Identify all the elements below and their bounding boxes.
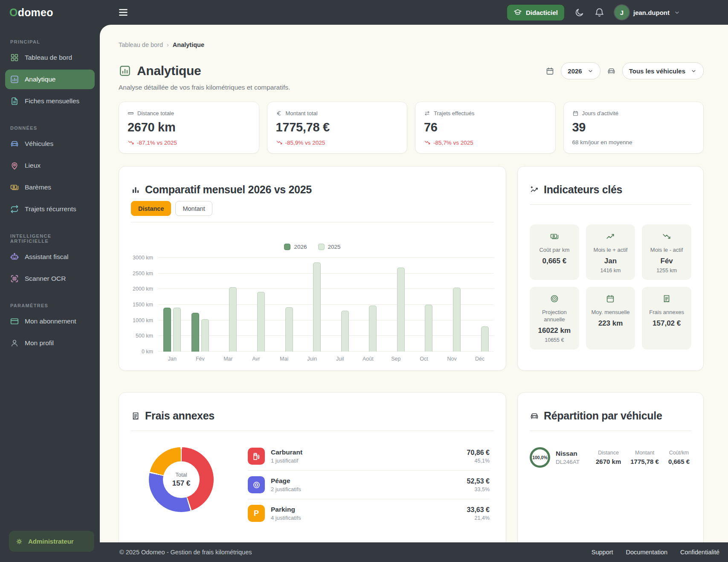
user-menu[interactable]: J jean.dupont (615, 5, 680, 20)
trend-down-icon (276, 139, 283, 146)
graduation-cap-icon (513, 8, 522, 17)
sidebar-item-lieux[interactable]: Lieux (5, 156, 95, 175)
vehicle-select-value: Tous les véhicules (629, 67, 685, 75)
indicator-tile-sub: 10655 € (533, 337, 576, 343)
chart-title: Comparatif mensuel 2026 vs 2025 (145, 183, 312, 196)
y-axis-tick: 1500 km (133, 302, 153, 308)
sidebar-item-baremes[interactable]: Barèmes (5, 178, 95, 197)
x-axis-label: Oct (410, 356, 438, 362)
x-axis-label: Mar (214, 356, 242, 362)
vehicle-select[interactable]: Tous les véhicules (622, 62, 704, 79)
logo-text: domeo (18, 6, 53, 18)
expense-row-carburant: Carburant1 justificatif70,86 €45,1% (248, 442, 490, 471)
stat-card-delta-text: -87,1% vs 2025 (137, 140, 177, 146)
vehicle-stats: Distance2670 kmMontant1775,78 €Coût/km0,… (596, 450, 691, 465)
sidebar-item-mon-profil[interactable]: Mon profil (5, 333, 95, 353)
app-logo[interactable]: Odomeo (0, 6, 100, 19)
expense-row-parking: PParking4 justificatifs33,63 €21,4% (248, 499, 490, 527)
bar-2025 (257, 292, 265, 352)
moon-icon (574, 8, 584, 17)
sidebar-item-fiches-mensuelles[interactable]: Fiches mensuelles (5, 91, 95, 111)
copyright: © 2025 Odomeo - Gestion de frais kilomét… (119, 549, 252, 556)
divider (131, 222, 494, 222)
x-axis-label: Nov (438, 356, 466, 362)
indicators-title: Indicateurs clés (544, 183, 622, 196)
expenses-donut-chart: Total 157 € (149, 447, 214, 512)
receipt-icon (131, 411, 140, 421)
expense-amount: 70,86 € (467, 449, 490, 457)
bar-2025 (481, 326, 489, 352)
expense-name: Parking (271, 506, 301, 513)
bar-2025 (397, 268, 405, 352)
bar-plot (158, 258, 494, 352)
legend-item-2025[interactable]: 2025 (318, 244, 341, 250)
bar-group-dec (466, 258, 494, 352)
legend-item-2026[interactable]: 2026 (284, 244, 307, 250)
calendar-icon (545, 67, 554, 76)
expense-name: Péage (271, 477, 301, 485)
sidebar-item-label: Lieux (25, 162, 41, 169)
key-indicators-card: Indicateurs clés Coût par km0,665 €Mois … (517, 166, 704, 371)
year-select[interactable]: 2026 (561, 62, 600, 79)
toll-icon (252, 480, 261, 489)
bar-group-juil (326, 258, 354, 352)
dark-mode-toggle[interactable] (574, 8, 584, 17)
notifications-button[interactable] (595, 8, 604, 17)
sidebar-item-tableau-de-bord[interactable]: Tableau de bord (5, 48, 95, 67)
sidebar-item-vehicules[interactable]: Véhicules (5, 134, 95, 154)
chart-toggle-distance[interactable]: Distance (131, 201, 171, 216)
stat-card-label-text: Distance totale (137, 110, 174, 116)
bar-group-aout (354, 258, 382, 352)
breadcrumb-parent[interactable]: Tableau de bord (119, 41, 163, 48)
sidebar-item-scanner-ocr[interactable]: Scanner OCR (5, 269, 95, 288)
footer-link-support[interactable]: Support (592, 549, 613, 556)
vehicle-stat-cout-km: Coût/km0,665 € (668, 450, 690, 465)
tutorial-button[interactable]: Didacticiel (507, 5, 564, 20)
bar-chart-icon (10, 75, 19, 84)
username: jean.dupont (633, 9, 670, 16)
vehicle-share-ring: 100,0% (530, 447, 550, 468)
footer-links: SupportDocumentationConfidentialité (592, 549, 719, 556)
sidebar-item-label: Barèmes (25, 183, 51, 191)
indicator-tile-mois-le-actif: Mois le + actifJan1416 km (586, 224, 635, 280)
indicator-tiles: Coût par km0,665 €Mois le + actifJan1416… (530, 224, 691, 349)
bar-group-mar (214, 258, 242, 352)
x-axis-label: Jan (158, 356, 186, 362)
sidebar-item-assistant-fiscal[interactable]: Assistant fiscal (5, 247, 95, 267)
x-axis-label: Juil (326, 356, 354, 362)
chart-toggle-montant[interactable]: Montant (175, 201, 212, 216)
dashboard-icon (10, 53, 19, 62)
y-axis-tick: 1000 km (133, 317, 153, 323)
trend-down-icon (424, 139, 431, 146)
sidebar-item-trajets-recurrents[interactable]: Trajets récurrents (5, 199, 95, 219)
footer-link-documentation[interactable]: Documentation (626, 549, 668, 556)
parking-icon: P (248, 505, 265, 522)
indicator-tile-label: Moy. mensuelle (589, 309, 632, 316)
donut-center: Total 157 € (163, 461, 200, 498)
expense-name-col: Carburant1 justificatif (271, 448, 302, 464)
repeat-icon (10, 204, 19, 214)
expense-row-peage: Péage2 justificatifs52,53 €33,5% (248, 471, 490, 499)
user-icon (10, 338, 19, 348)
indicator-tile-sub: 1416 km (589, 268, 632, 274)
indicator-tile-value: Fév (645, 257, 688, 265)
y-axis-tick: 2000 km (133, 286, 153, 292)
bar-group-jan (158, 258, 186, 352)
calendar-icon (606, 294, 615, 303)
stat-card-value: 2670 km (128, 120, 250, 134)
sidebar-item-mon-abonnement[interactable]: Mon abonnement (5, 312, 95, 331)
sidebar-item-label: Assistant fiscal (25, 253, 69, 261)
sidebar-item-analytique[interactable]: Analytique (5, 70, 95, 89)
indicator-tile-value: 16022 km (533, 326, 576, 335)
expense-amount-col: 52,53 €33,5% (467, 478, 490, 492)
y-axis-tick: 0 km (142, 349, 153, 355)
footer-link-confidentialite[interactable]: Confidentialité (680, 549, 719, 556)
vehicle-stat-label: Distance (596, 450, 621, 456)
stat-card-value: 1775,78 € (276, 120, 399, 134)
menu-toggle-button[interactable] (118, 7, 129, 18)
vehicle-stat-montant: Montant1775,78 € (630, 450, 659, 465)
vehicle-breakdown-card: Répartition par véhicule 100,0%NissanDL2… (517, 392, 704, 542)
stat-card-label: Montant total (276, 110, 399, 116)
bell-icon (595, 8, 604, 17)
chevron-down-icon (690, 68, 697, 74)
